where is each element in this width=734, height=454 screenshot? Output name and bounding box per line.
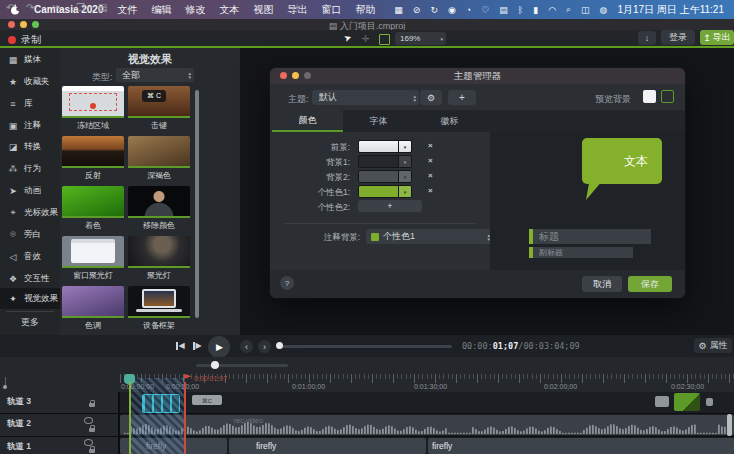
download-button[interactable]: ↓ xyxy=(638,31,656,45)
clear-accent1-icon[interactable]: × xyxy=(428,186,433,195)
video-clip[interactable]: firefly xyxy=(229,438,426,454)
tab-fonts[interactable]: 字体 xyxy=(343,110,414,132)
notifications-icon[interactable]: ◔ xyxy=(466,5,471,15)
battery-icon[interactable]: ▮ xyxy=(533,5,538,15)
menu-text[interactable]: 文本 xyxy=(220,3,240,17)
foreground-swatch[interactable]: ▾ xyxy=(358,140,412,153)
menu-file[interactable]: 文件 xyxy=(118,3,138,17)
zoom-in-button[interactable]: + xyxy=(294,2,300,13)
sidebar-item-behaviors[interactable]: ⁂行为 xyxy=(0,158,60,179)
sidebar-item-audio-effects[interactable]: ◁音效 xyxy=(0,246,60,267)
copy-button[interactable]: ❐ xyxy=(76,2,85,13)
effect-card-device-frame[interactable]: 设备框架 xyxy=(128,286,190,331)
shield-icon[interactable]: ♡ xyxy=(481,5,489,15)
sidebar-item-animations[interactable]: ➤动画 xyxy=(0,180,60,201)
track2-lane[interactable]: rec-video xyxy=(120,414,734,436)
effect-card-colorize[interactable]: 着色 xyxy=(62,186,124,231)
sidebar-item-cursor-effects[interactable]: ⌖光标效果 xyxy=(0,202,60,223)
record-off-icon[interactable]: ⊘ xyxy=(413,5,421,15)
sidebar-more-button[interactable]: 更多 xyxy=(0,314,60,330)
preview-bg-dark-swatch[interactable] xyxy=(661,90,674,103)
sidebar-item-media[interactable]: ▦媒体 xyxy=(0,49,60,70)
scrubber-track[interactable] xyxy=(280,345,452,348)
effect-card-tint[interactable]: 色调 xyxy=(62,286,124,331)
camtasia-menu-icon[interactable]: ◉ xyxy=(448,5,456,15)
control-center-icon[interactable]: ◫ xyxy=(581,5,590,15)
swatch-caret[interactable]: ▾ xyxy=(398,141,411,152)
effect-card-sepia[interactable]: 深褐色 xyxy=(128,136,190,181)
track1-header[interactable]: 轨道 1 xyxy=(0,437,118,454)
theme-options-button[interactable]: ⚙ xyxy=(420,90,442,105)
accent1-swatch[interactable]: ▾ xyxy=(358,185,412,198)
cut-button[interactable]: ✂ xyxy=(52,2,60,13)
clear-foreground-icon[interactable]: × xyxy=(428,141,433,150)
timeline-zoom-slider[interactable] xyxy=(196,364,288,367)
annotation-bg-dropdown[interactable]: 个性色1 ▴▾ xyxy=(366,229,493,244)
display-icon[interactable]: ▦ xyxy=(394,5,403,15)
lock-icon[interactable] xyxy=(89,403,95,407)
sidebar-item-annotations[interactable]: ▣注释 xyxy=(0,115,60,136)
paste-button[interactable]: ▤ xyxy=(98,2,107,13)
sidebar-item-transitions[interactable]: ◪转换 xyxy=(0,136,60,157)
lock-icon[interactable] xyxy=(89,428,95,432)
clear-background1-icon[interactable]: × xyxy=(428,156,433,165)
keyboard-icon[interactable]: ▤ xyxy=(499,5,508,15)
timeline-zoom-handle[interactable] xyxy=(211,361,219,369)
lock-icon[interactable] xyxy=(89,449,95,453)
track3-lane[interactable]: ⌘C xyxy=(120,392,734,413)
title-field[interactable]: 标题 xyxy=(529,229,651,244)
step-forward-button[interactable]: ▶ xyxy=(193,341,202,350)
effect-card-window-spotlight[interactable]: 窗口聚光灯 xyxy=(62,236,124,281)
sidebar-item-visual-effects[interactable]: ✦视觉效果 xyxy=(0,288,60,309)
save-button[interactable]: 保存 xyxy=(628,276,672,292)
export-button[interactable]: ↥ 导出 xyxy=(700,30,734,45)
pan-tool-icon[interactable]: ✛ xyxy=(362,34,370,44)
dialog-minimize-button[interactable] xyxy=(292,72,299,79)
effect-card-keystroke[interactable]: ⌘ C 击键 xyxy=(128,86,190,131)
properties-button[interactable]: ⚙ 属性 xyxy=(694,338,732,353)
playhead-in-line[interactable] xyxy=(129,382,131,454)
help-button[interactable]: ? xyxy=(280,276,294,290)
menubar-clock[interactable]: 1月17日 周日 上午11:21 xyxy=(617,3,724,17)
effect-card-freeze-region[interactable]: 冻结区域 xyxy=(62,86,124,131)
track2-header[interactable]: 轨道 2 xyxy=(0,414,118,436)
record-button[interactable]: 录制 xyxy=(8,33,41,47)
search-icon[interactable]: ⌕ xyxy=(566,4,571,15)
background2-swatch[interactable]: ▾ xyxy=(358,170,412,183)
crop-tool-icon[interactable] xyxy=(379,34,390,45)
effect-clip[interactable] xyxy=(674,393,700,411)
media-panel-scrollbar[interactable] xyxy=(195,90,199,318)
canvas-zoom-dropdown[interactable]: 169% ▾ xyxy=(395,32,446,45)
selection-range[interactable] xyxy=(129,378,185,454)
effect-card-spotlight[interactable]: 聚光灯 xyxy=(128,236,190,281)
add-accent2-button[interactable]: + xyxy=(358,200,422,212)
play-button[interactable]: ▶ xyxy=(208,336,230,358)
clear-background2-icon[interactable]: × xyxy=(428,171,433,180)
preview-bg-white-swatch[interactable] xyxy=(643,90,656,103)
effect-card-reflection[interactable]: 反射 xyxy=(62,136,124,181)
sidebar-item-interactivity[interactable]: ❖交互性 xyxy=(0,268,60,289)
background1-swatch[interactable]: ▾ xyxy=(358,155,412,168)
playhead-out-line[interactable] xyxy=(184,382,186,454)
type-filter-dropdown[interactable]: 全部 ▴▾ xyxy=(116,68,194,82)
sidebar-item-voice-narration[interactable]: ⌾旁白 xyxy=(0,224,60,245)
menu-app-name[interactable]: Camtasia 2020 xyxy=(34,4,104,15)
track3-header[interactable]: 轨道 3 xyxy=(0,392,118,413)
keystroke-badge[interactable]: ⌘C xyxy=(192,395,222,405)
audio-clip[interactable]: rec-video xyxy=(120,415,734,435)
redo-button[interactable]: ↷ xyxy=(26,2,34,13)
eye-icon[interactable] xyxy=(84,439,93,446)
step-back-button[interactable]: ◀ xyxy=(176,341,185,350)
small-clip[interactable] xyxy=(655,396,669,407)
theme-dropdown[interactable]: 默认 ▴▾ xyxy=(312,90,419,105)
menu-window[interactable]: 窗口 xyxy=(322,3,342,17)
tab-logo[interactable]: 徽标 xyxy=(414,110,485,132)
previous-clip-button[interactable]: ‹ xyxy=(240,340,253,353)
video-clip[interactable]: firefly xyxy=(428,438,734,454)
sidebar-item-favorites[interactable]: ★收藏夹 xyxy=(0,71,60,92)
timeline-scrollbar[interactable] xyxy=(727,414,732,436)
undo-button[interactable]: ↶ xyxy=(6,2,14,13)
menu-view[interactable]: 视图 xyxy=(254,3,274,17)
menu-help[interactable]: 帮助 xyxy=(356,3,376,17)
cancel-button[interactable]: 取消 xyxy=(582,276,622,292)
